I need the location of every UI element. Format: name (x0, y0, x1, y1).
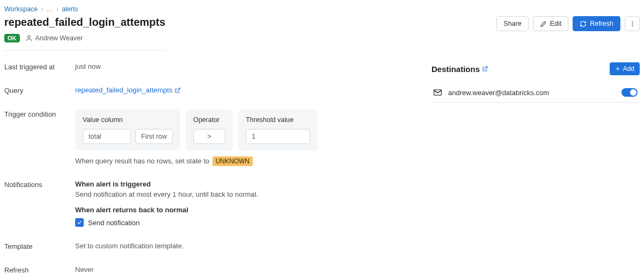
operator-select[interactable]: > (193, 129, 225, 144)
notif-normal-head: When alert returns back to normal (75, 206, 410, 214)
user-icon (25, 34, 33, 42)
value-column-label: Value column (83, 116, 173, 124)
last-triggered-label: Last triggered at (4, 62, 75, 71)
refresh-icon (580, 20, 587, 27)
external-link-icon (174, 87, 181, 94)
notifications-label: Notifications (4, 180, 75, 227)
template-value: Set to custom notification template. (75, 242, 410, 250)
operator-card: Operator > (186, 110, 233, 150)
chevron-right-icon: › (56, 5, 58, 13)
operator-label: Operator (193, 116, 225, 124)
owner-name: Andrew Weaver (35, 34, 83, 42)
trigger-label: Trigger condition (4, 110, 75, 165)
threshold-input[interactable]: 1 (246, 129, 310, 144)
send-notification-checkbox[interactable] (75, 218, 84, 227)
chevron-right-icon: › (41, 5, 43, 13)
value-column-row-select[interactable]: First row (135, 129, 173, 144)
query-link[interactable]: repeated_failed_login_attempts (75, 86, 181, 94)
plus-icon (615, 66, 620, 71)
breadcrumb-parent[interactable]: alerts (62, 5, 78, 13)
share-button[interactable]: Share (496, 16, 528, 31)
condition-note: When query result has no rows, set state… (75, 157, 410, 165)
query-label: Query (4, 86, 75, 95)
breadcrumb-root[interactable]: Workspace (4, 5, 38, 13)
threshold-label: Threshold value (246, 116, 310, 124)
notif-normal-check-label: Send notification (88, 219, 140, 227)
mail-icon (434, 89, 442, 96)
threshold-card: Threshold value 1 (238, 110, 318, 150)
edit-button[interactable]: Edit (533, 16, 569, 31)
unknown-badge: UNKNOWN (213, 156, 253, 166)
svg-point-3 (632, 25, 633, 26)
dots-vertical-icon (629, 20, 636, 27)
svg-point-2 (632, 23, 633, 24)
breadcrumb-ellipsis: … (46, 5, 53, 13)
refresh-label: Refresh (4, 265, 75, 274)
destinations-title: Destinations (431, 64, 488, 74)
breadcrumb: Workspace › … › alerts (4, 5, 640, 13)
refresh-value: Never (75, 265, 410, 274)
external-link-icon[interactable] (482, 66, 488, 72)
svg-point-0 (27, 35, 30, 38)
destination-email: andrew.weaver@databricks.com (448, 89, 615, 97)
notif-triggered-body: Send notification at most every 1 hour, … (75, 190, 410, 198)
template-label: Template (4, 242, 75, 250)
svg-point-1 (632, 21, 633, 22)
more-button[interactable] (625, 16, 640, 31)
header-actions: Share Edit Refresh (496, 16, 640, 31)
refresh-button[interactable]: Refresh (573, 16, 620, 31)
edit-icon (540, 20, 547, 27)
page-title: repeated_failed_login_attempts (4, 16, 165, 28)
destination-item: andrew.weaver@databricks.com (431, 83, 640, 103)
check-icon (77, 220, 82, 225)
add-destination-button[interactable]: Add (610, 62, 640, 75)
status-badge: OK (4, 34, 20, 42)
value-column-card: Value column total First row (75, 110, 180, 150)
owner: Andrew Weaver (25, 34, 83, 42)
destination-toggle[interactable] (621, 88, 638, 97)
last-triggered-value: just now (75, 62, 410, 71)
value-column-input[interactable]: total (83, 129, 131, 144)
notif-triggered-head: When alert is triggered (75, 180, 410, 188)
